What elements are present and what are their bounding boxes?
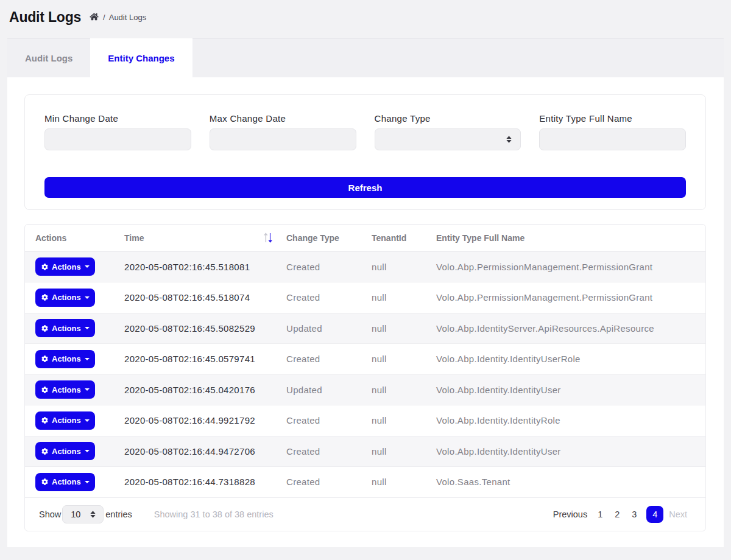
column-header-actions: Actions (25, 225, 114, 251)
tabs-panel: Audit Logs Entity Changes Min Change Dat… (7, 38, 724, 547)
gear-icon (41, 448, 48, 455)
cell-entity-type: Volo.Abp.PermissionManagement.Permission… (426, 282, 705, 313)
cell-change-type: Created (276, 344, 361, 375)
breadcrumb: / Audit Logs (90, 13, 146, 22)
cell-entity-type: Volo.Abp.Identity.IdentityUserRole (426, 344, 705, 375)
cell-time: 2020-05-08T02:16:44.9472706 (114, 436, 276, 467)
cell-entity-type: Volo.Saas.Tenant (426, 467, 705, 498)
min-change-date-label: Min Change Date (44, 113, 191, 124)
gear-icon (41, 387, 48, 393)
caret-down-icon (85, 327, 90, 329)
table-row: Actions 2020-05-08T02:16:44.9472706 Crea… (25, 436, 705, 467)
gear-icon (41, 417, 48, 424)
cell-change-type: Created (276, 251, 361, 282)
page-size-select[interactable]: 10 (62, 505, 104, 523)
cell-tenant-id: null (361, 344, 426, 375)
cell-actions: Actions (25, 374, 114, 405)
cell-tenant-id: null (361, 436, 426, 467)
pagination-previous[interactable]: Previous (553, 506, 587, 523)
change-type-select[interactable] (375, 128, 521, 150)
filter-grid: Min Change Date Max Change Date Change T… (44, 113, 686, 150)
row-actions-button[interactable]: Actions (35, 319, 95, 337)
cell-entity-type: Volo.Abp.PermissionManagement.Permission… (426, 251, 705, 282)
cell-entity-type: Volo.Abp.Identity.IdentityUser (426, 374, 705, 405)
cell-actions: Actions (25, 282, 114, 313)
caret-down-icon (85, 358, 90, 360)
tab-audit-logs[interactable]: Audit Logs (7, 38, 90, 77)
row-actions-button[interactable]: Actions (35, 380, 95, 399)
cell-change-type: Updated (276, 374, 361, 405)
pagination-next[interactable]: Next (669, 506, 687, 523)
cell-time: 2020-05-08T02:16:44.9921792 (114, 405, 276, 436)
pagination-page-2[interactable]: 2 (609, 506, 626, 523)
caret-down-icon (85, 419, 90, 422)
home-icon[interactable] (90, 13, 99, 21)
min-change-date-input[interactable] (44, 128, 191, 150)
cell-time: 2020-05-08T02:16:45.0579741 (114, 344, 276, 375)
pagination-page-1[interactable]: 1 (592, 506, 609, 523)
column-header-change-type[interactable]: Change Type (276, 225, 361, 251)
tab-content: Min Change Date Max Change Date Change T… (7, 77, 724, 547)
cell-actions: Actions (25, 405, 114, 436)
table-row: Actions 2020-05-08T02:16:44.9921792 Crea… (25, 405, 705, 436)
caret-down-icon (85, 296, 90, 299)
row-actions-button[interactable]: Actions (35, 473, 95, 491)
column-header-tenant-id[interactable]: TenantId (361, 225, 426, 251)
entity-type-full-name-label: Entity Type Full Name (539, 113, 686, 124)
column-header-entity-type[interactable]: Entity Type Full Name (426, 225, 705, 251)
cell-change-type: Updated (276, 313, 361, 344)
table-body: Actions 2020-05-08T02:16:45.518081 Creat… (25, 251, 705, 497)
row-actions-button[interactable]: Actions (35, 442, 95, 460)
cell-tenant-id: null (361, 467, 426, 498)
cell-time: 2020-05-08T02:16:45.518081 (114, 251, 276, 282)
cell-tenant-id: null (361, 282, 426, 313)
table-info: Showing 31 to 38 of 38 entries (154, 509, 274, 519)
field-entity-type-full-name: Entity Type Full Name (539, 113, 686, 150)
pagination-page-4[interactable]: 4 (646, 506, 663, 523)
field-max-change-date: Max Change Date (210, 113, 356, 150)
entity-type-full-name-input[interactable] (539, 128, 686, 150)
breadcrumb-current: Audit Logs (109, 13, 146, 22)
column-header-time-label: Time (124, 233, 144, 243)
refresh-button[interactable]: Refresh (44, 177, 686, 198)
column-header-time[interactable]: Time (114, 225, 276, 251)
caret-down-icon (85, 481, 90, 483)
cell-entity-type: Volo.Abp.IdentityServer.ApiResources.Api… (426, 313, 705, 344)
caret-down-icon (85, 388, 90, 391)
cell-change-type: Created (276, 467, 361, 498)
row-actions-button[interactable]: Actions (35, 411, 95, 430)
cell-tenant-id: null (361, 405, 426, 436)
gear-icon (41, 264, 48, 270)
sort-icon (263, 232, 273, 243)
gear-icon (41, 478, 48, 485)
row-actions-button[interactable]: Actions (35, 257, 95, 276)
cell-tenant-id: null (361, 313, 426, 344)
filter-card: Min Change Date Max Change Date Change T… (24, 94, 706, 210)
gear-icon (41, 325, 48, 332)
cell-entity-type: Volo.Abp.Identity.IdentityUser (426, 436, 705, 467)
cell-actions: Actions (25, 467, 114, 498)
pagination: Previous 1 2 3 4 Next (553, 506, 687, 523)
tab-entity-changes[interactable]: Entity Changes (90, 38, 192, 77)
cell-actions: Actions (25, 344, 114, 375)
pagination-page-3[interactable]: 3 (626, 506, 643, 523)
change-type-label: Change Type (375, 113, 521, 124)
entity-changes-table: Actions Time (25, 225, 705, 498)
table-row: Actions 2020-05-08T02:16:45.518074 Creat… (25, 282, 705, 313)
field-change-type: Change Type (375, 113, 521, 150)
table-footer: Show 10 entries Showing 31 to 38 of 38 e… (25, 498, 705, 531)
table-row: Actions 2020-05-08T02:16:44.7318828 Crea… (25, 467, 705, 498)
page-size-control: Show 10 entries (39, 505, 132, 523)
cell-actions: Actions (25, 436, 114, 467)
row-actions-button[interactable]: Actions (35, 289, 95, 307)
table-row: Actions 2020-05-08T02:16:45.5082529 Upda… (25, 313, 705, 344)
row-actions-button[interactable]: Actions (35, 350, 95, 368)
tab-bar: Audit Logs Entity Changes (7, 38, 724, 77)
table-row: Actions 2020-05-08T02:16:45.0579741 Crea… (25, 344, 705, 375)
breadcrumb-separator: / (103, 13, 105, 22)
cell-tenant-id: null (361, 251, 426, 282)
entries-label: entries (105, 509, 132, 519)
max-change-date-input[interactable] (210, 128, 356, 150)
table-row: Actions 2020-05-08T02:16:45.0420176 Upda… (25, 374, 705, 405)
cell-change-type: Created (276, 282, 361, 313)
